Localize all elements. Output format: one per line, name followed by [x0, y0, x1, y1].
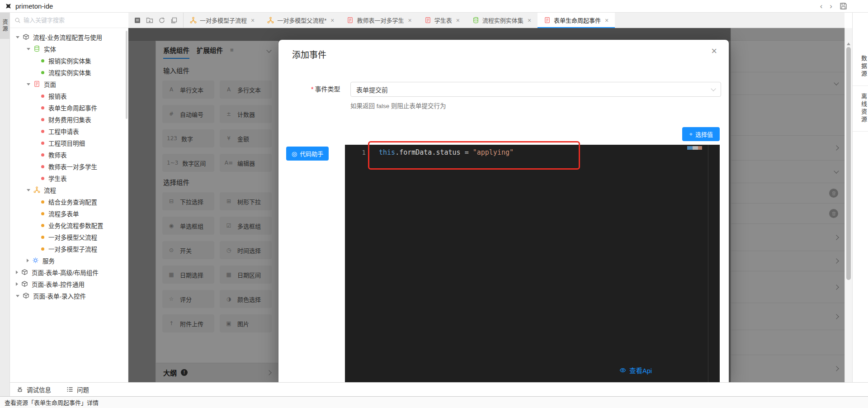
editor-tab[interactable]: 表单生命周起事件× — [538, 13, 615, 28]
tree-item[interactable]: 流程 — [10, 184, 128, 196]
close-icon[interactable]: × — [330, 17, 334, 24]
tree-item[interactable]: 页面 — [10, 78, 128, 90]
editor-tab[interactable]: 流程实例实体集× — [466, 13, 538, 28]
refresh-icon[interactable] — [158, 17, 165, 24]
editor-tab[interactable]: 一对多模型父流程*× — [261, 13, 340, 28]
close-icon[interactable]: × — [251, 17, 255, 24]
scroll-up-icon[interactable] — [847, 43, 850, 45]
tree-item-label: 流程-业务流程配置与使用 — [33, 33, 102, 42]
right-strip-tab[interactable]: 离线资源 — [853, 86, 868, 132]
chevron-right-icon[interactable] — [27, 259, 29, 262]
chevron-down-icon[interactable] — [16, 36, 19, 38]
code-editor[interactable]: 1 this.formData.status = "applying" 查看Ap… — [345, 145, 720, 382]
tree-item[interactable]: 工程申请表 — [10, 125, 128, 137]
chevron-down-icon[interactable] — [27, 189, 30, 191]
bullet-icon — [41, 165, 44, 168]
tree-item[interactable]: 工程项目明细 — [10, 137, 128, 149]
tree-item[interactable]: 结合业务查询配置 — [10, 196, 128, 208]
activity-tab-resources[interactable]: 资源 — [0, 13, 9, 39]
close-icon[interactable]: × — [605, 17, 609, 24]
tree-item[interactable]: 页面-表单-录入控件 — [10, 290, 128, 302]
import-icon[interactable] — [134, 17, 141, 24]
resource-explorer: 流程-业务流程配置与使用实体报销实例实体集流程实例实体集页面报销表表单生命周起事… — [10, 28, 128, 382]
chevron-down-icon[interactable] — [27, 83, 30, 85]
pick-value-button[interactable]: + 选择值 — [682, 127, 720, 141]
tree-item-label: 表单生命周起事件 — [48, 103, 97, 112]
tree-item[interactable]: 服务 — [10, 255, 128, 266]
tree-item[interactable]: 教师表 — [10, 149, 128, 161]
doc-icon — [425, 17, 431, 24]
scrollbar-thumb[interactable] — [846, 47, 851, 280]
tree-item[interactable]: 报销实例实体集 — [10, 55, 128, 66]
nav-forward-icon[interactable]: › — [830, 2, 832, 10]
close-icon[interactable]: × — [711, 46, 717, 56]
code-line[interactable]: this.formData.status = "applying" — [379, 148, 514, 157]
tree-item[interactable]: 页面-表单-控件通用 — [10, 278, 128, 290]
tree-item-label: 服务 — [42, 256, 55, 265]
bullet-icon — [41, 118, 44, 121]
search-input[interactable] — [24, 17, 91, 24]
package-icon — [21, 280, 28, 288]
bullet-icon — [41, 200, 44, 204]
flow-icon — [267, 17, 274, 24]
bullet-icon — [41, 95, 44, 98]
tree-item[interactable]: 页面-表单-高级/布局组件 — [10, 266, 128, 278]
ide-window: primeton-ide ‹ › 资源 流程-业务流程配置与使用实体报销实例实体… — [0, 0, 868, 408]
nav-back-icon[interactable]: ‹ — [820, 2, 823, 10]
chevron-down-icon[interactable] — [27, 48, 30, 50]
tree-item[interactable]: 流程多表单 — [10, 208, 128, 219]
bullet-icon — [41, 224, 44, 227]
tree-item[interactable]: 一对多模型父流程 — [10, 231, 128, 243]
scrollbar-thumb[interactable] — [126, 31, 127, 119]
right-strip-tab[interactable]: 数据源 — [853, 48, 868, 86]
panel-scrollbar[interactable] — [844, 28, 852, 382]
bullet-icon — [41, 106, 44, 109]
event-type-row: *事件类型 表单提交前 — [278, 82, 729, 97]
chevron-right-icon[interactable] — [16, 282, 18, 286]
line-number: 1 — [345, 149, 366, 156]
tree-item[interactable]: 学生表 — [10, 172, 128, 184]
chevron-right-icon[interactable] — [16, 270, 18, 274]
collapse-panels-icon[interactable] — [170, 17, 178, 24]
close-icon[interactable]: × — [528, 17, 531, 24]
app-logo-icon — [5, 2, 12, 10]
tree-item[interactable]: 流程-业务流程配置与使用 — [10, 31, 128, 43]
tree-item-label: 工程项目明细 — [48, 138, 85, 147]
plus-icon: + — [689, 131, 693, 138]
tree-item[interactable]: 业务化流程参数配置 — [10, 219, 128, 231]
editor-tab[interactable]: 学生表× — [418, 13, 466, 28]
tree-item-label: 一对多模型子流程 — [48, 244, 97, 253]
code-assistant-button[interactable]: ◎ 代码助手 — [286, 147, 329, 161]
tree-item-label: 页面 — [44, 80, 56, 89]
tree-item[interactable]: 财务费用归集表 — [10, 114, 128, 125]
close-icon[interactable]: × — [456, 17, 460, 24]
chevron-down-icon[interactable] — [16, 295, 19, 297]
tree-item[interactable]: 表单生命周起事件 — [10, 102, 128, 114]
tree-item[interactable]: 一对多模型子流程 — [10, 243, 128, 255]
status-bar: 查看资源「表单生命周起事件」详情 — [0, 396, 868, 408]
problems-tab[interactable]: 问题 — [66, 385, 89, 394]
editor-tab[interactable]: 教师表一对多学生× — [340, 13, 418, 28]
list-icon — [66, 386, 74, 393]
bug-icon — [16, 386, 24, 393]
tree-item[interactable]: 实体 — [10, 43, 128, 55]
assistant-icon: ◎ — [292, 150, 297, 157]
package-icon — [23, 292, 30, 299]
tree-item[interactable]: 教师表一对多学生 — [10, 161, 128, 172]
tab-bar-actions — [128, 13, 184, 28]
debug-info-tab[interactable]: 调试信息 — [16, 385, 51, 394]
tree-item-label: 页面-表单-录入控件 — [33, 291, 86, 300]
new-folder-icon[interactable] — [146, 17, 153, 24]
tree-item[interactable]: 流程实例实体集 — [10, 66, 128, 78]
tab-label: 教师表一对多学生 — [357, 16, 404, 24]
view-api-link[interactable]: 查看Api — [619, 365, 652, 375]
minimap-divider — [708, 145, 708, 382]
event-type-select[interactable]: 表单提交前 — [350, 82, 721, 97]
package-icon — [21, 269, 28, 276]
save-icon[interactable] — [840, 2, 847, 10]
tree-item[interactable]: 报销表 — [10, 90, 128, 102]
close-icon[interactable]: × — [408, 17, 411, 24]
tree-item-label: 财务费用归集表 — [48, 115, 91, 124]
editor-tab[interactable]: 一对多模型子流程× — [184, 13, 261, 28]
db-icon — [33, 45, 41, 52]
